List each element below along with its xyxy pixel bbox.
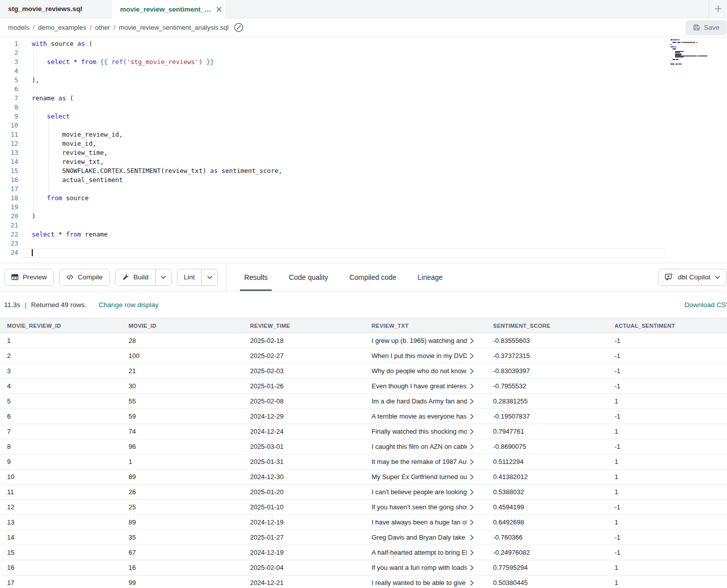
expand-cell-button[interactable] xyxy=(470,474,474,480)
table-cell: 8 xyxy=(0,439,122,454)
minimap[interactable] xyxy=(671,39,707,67)
change-row-display-link[interactable]: Change row display xyxy=(99,301,159,309)
line-number: 12 xyxy=(0,139,18,148)
table-cell: 2024-12-24 xyxy=(243,424,365,439)
expand-cell-button[interactable] xyxy=(470,398,474,404)
breadcrumb-segment: demo_examples xyxy=(38,24,86,31)
table-cell: 67 xyxy=(122,545,243,560)
table-cell: 2025-01-31 xyxy=(243,454,365,469)
build-dropdown-button[interactable] xyxy=(155,269,171,285)
close-icon[interactable] xyxy=(216,7,222,12)
table-cell: -1 xyxy=(608,439,727,454)
copilot-badge-icon[interactable] xyxy=(233,22,244,33)
table-cell: -1 xyxy=(608,379,727,394)
table-cell: 2025-01-10 xyxy=(243,500,365,515)
code-line: review_txt, xyxy=(32,157,282,166)
table-cell: 25 xyxy=(122,500,243,515)
expand-cell-button[interactable] xyxy=(470,368,474,374)
expand-cell-button[interactable] xyxy=(470,519,474,525)
code-line xyxy=(32,121,282,130)
table-row: 3212025-02-03Why do people who do not kn… xyxy=(0,364,727,379)
tab-label: Compiled code xyxy=(349,273,396,281)
lint-split-button: Lint xyxy=(177,269,218,286)
expand-cell-button[interactable] xyxy=(470,414,474,420)
table-cell: -1 xyxy=(608,409,727,424)
chevron-right-icon xyxy=(470,550,474,556)
table-cell: -0.19507837 xyxy=(486,409,608,424)
table-cell: 17 xyxy=(0,575,122,588)
review-text: A half-hearted attempt to bring Elvis P… xyxy=(372,549,467,556)
tab-compiled-code[interactable]: Compiled code xyxy=(345,263,400,291)
expand-cell-button[interactable] xyxy=(470,429,474,435)
save-icon xyxy=(693,24,700,31)
line-number: 6 xyxy=(0,85,18,94)
preview-button[interactable]: Preview xyxy=(4,269,54,286)
tab-stg-movie-reviews[interactable]: stg_movie_reviews.sql xyxy=(0,0,112,18)
tab-lineage[interactable]: Lineage xyxy=(413,263,447,291)
line-number: 21 xyxy=(0,221,18,230)
expand-cell-button[interactable] xyxy=(470,535,474,541)
table-cell: 0.50380445 xyxy=(486,575,608,588)
table-cell: 2025-02-03 xyxy=(243,364,365,379)
table-cell: -0.760366 xyxy=(486,530,608,545)
expand-cell-button[interactable] xyxy=(470,550,474,556)
expand-cell-button[interactable] xyxy=(470,383,474,389)
dbt-copilot-button[interactable]: dbt Copilot xyxy=(658,269,726,286)
download-csv-link[interactable]: Download CSV xyxy=(684,301,727,309)
code-content[interactable]: with source as ( select * from {{ ref('s… xyxy=(32,39,282,257)
expand-cell-button[interactable] xyxy=(470,489,474,495)
table-cell: 2 xyxy=(0,348,122,364)
chevron-right-icon xyxy=(470,353,474,359)
table-cell: 0.6492698 xyxy=(486,515,608,530)
line-number: 8 xyxy=(0,103,18,112)
column-header-movie_review_id: MOVIE_REVIEW_ID xyxy=(0,318,122,333)
table-cell: -1 xyxy=(608,348,727,364)
code-line: movie_review_id, xyxy=(32,130,282,139)
code-line xyxy=(32,239,282,248)
tab-results[interactable]: Results xyxy=(240,263,272,291)
review-txt-cell: I really wanted to be able to give this … xyxy=(365,575,486,588)
code-line: SNOWFLAKE.CORTEX.SENTIMENT(review_txt) a… xyxy=(32,166,282,175)
review-text: Finally watched this shocking movie la… xyxy=(372,428,467,435)
compile-button[interactable]: Compile xyxy=(59,269,110,286)
table-cell: 2025-01-26 xyxy=(243,379,365,394)
review-txt-cell: Finally watched this shocking movie la… xyxy=(365,424,486,439)
chevron-right-icon xyxy=(470,368,474,374)
action-toolbar: Preview Compile Build Lint xyxy=(0,263,727,291)
review-txt-cell: When I put this movie in my DVD playe… xyxy=(365,348,486,364)
table-cell: 2025-02-08 xyxy=(243,394,365,409)
code-line: select * from rename xyxy=(32,230,282,239)
tab-movie-review-sentiment[interactable]: movie_review_sentiment_… xyxy=(112,0,225,18)
build-button[interactable]: Build xyxy=(115,269,155,285)
code-line: select * from {{ ref('stg_movie_reviews'… xyxy=(32,57,282,67)
review-text: If you want a fun romp with loads of s… xyxy=(372,564,467,571)
table-cell: -1 xyxy=(608,364,727,379)
expand-cell-button[interactable] xyxy=(470,565,474,571)
expand-cell-button[interactable] xyxy=(470,338,474,344)
lint-button[interactable]: Lint xyxy=(177,269,202,285)
new-tab-button[interactable] xyxy=(708,0,727,18)
expand-cell-button[interactable] xyxy=(470,580,474,586)
chevron-right-icon xyxy=(470,444,474,450)
table-cell: 96 xyxy=(122,439,243,454)
code-line xyxy=(32,103,282,112)
table-cell: -1 xyxy=(608,545,727,560)
lint-dropdown-button[interactable] xyxy=(201,269,217,285)
review-text: I caught this film on AZN on cable. It s… xyxy=(372,443,467,450)
table-cell: 59 xyxy=(122,409,243,424)
build-split-button: Build xyxy=(115,269,172,286)
table-cell: 0.5388032 xyxy=(486,485,608,500)
review-txt-cell: A terrible movie as everyone has said. … xyxy=(365,409,486,424)
table-cell: 28 xyxy=(122,333,243,348)
review-txt-cell: I have always been a huge fan of "Hom… xyxy=(365,515,486,530)
tab-code-quality[interactable]: Code quality xyxy=(285,263,332,291)
expand-cell-button[interactable] xyxy=(470,504,474,510)
expand-cell-button[interactable] xyxy=(470,459,474,465)
review-txt-cell: If you want a fun romp with loads of s… xyxy=(365,560,486,575)
save-button[interactable]: Save xyxy=(686,20,726,35)
code-line xyxy=(32,203,282,212)
expand-cell-button[interactable] xyxy=(470,353,474,359)
expand-cell-button[interactable] xyxy=(470,444,474,450)
code-editor[interactable]: 123456789101112131415161718192021222324 … xyxy=(0,37,727,263)
line-number: 14 xyxy=(0,157,18,166)
